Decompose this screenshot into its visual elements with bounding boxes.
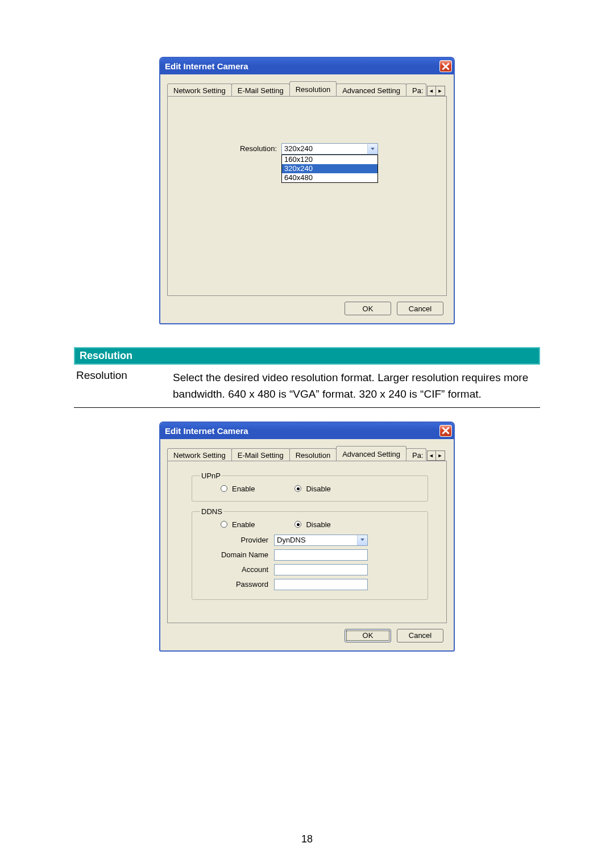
upnp-legend: UPnP [200,471,222,480]
resolution-option[interactable]: 160x120 [282,155,377,164]
edit-camera-dialog-resolution: Edit Internet Camera Network Setting E-M… [159,57,455,324]
ddns-enable-radio[interactable]: Enable [221,520,255,529]
page-number: 18 [0,833,614,845]
domain-name-input[interactable] [274,549,368,561]
edit-camera-dialog-advanced: Edit Internet Camera Network Setting E-M… [159,422,455,652]
radio-label: Enable [232,485,255,493]
tab-scroll-left[interactable]: ◄ [427,86,436,96]
password-label: Password [200,580,274,589]
chevron-left-icon: ◄ [429,88,434,94]
radio-label: Disable [306,520,330,529]
titlebar: Edit Internet Camera [160,58,454,74]
chevron-left-icon: ◄ [429,453,434,458]
resolution-label: Resolution: [220,143,281,153]
close-icon [442,427,450,435]
tab-email-setting[interactable]: E-Mail Setting [231,84,290,97]
ddns-legend: DDNS [200,507,223,516]
chevron-right-icon: ► [438,88,443,94]
tab-email-setting[interactable]: E-Mail Setting [231,448,290,461]
ddns-disable-radio[interactable]: Disable [294,520,330,529]
window-title: Edit Internet Camera [165,61,248,71]
tab-resolution[interactable]: Resolution [289,81,337,96]
tab-network-setting[interactable]: Network Setting [167,84,232,97]
upnp-disable-radio[interactable]: Disable [294,485,330,493]
tab-advanced-setting[interactable]: Advanced Setting [336,446,406,461]
tab-page-advanced: UPnP Enable Disable DDNS [167,461,447,623]
tab-truncated[interactable]: Pa: [406,84,426,97]
tab-page-resolution: Resolution: 320x240 160x120 320x240 640x… [167,96,447,296]
resolution-dropdown-list: 160x120 320x240 640x480 [281,155,378,183]
close-button[interactable] [439,425,452,437]
section-heading: Resolution [74,347,540,365]
account-label: Account [200,565,274,574]
cancel-button[interactable]: Cancel [397,302,443,315]
domain-name-label: Domain Name [200,550,274,559]
ok-button[interactable]: OK [345,302,391,315]
cancel-button[interactable]: Cancel [397,629,443,642]
resolution-value: 320x240 [282,144,367,154]
tab-advanced-setting[interactable]: Advanced Setting [336,84,406,97]
radio-label: Disable [306,485,330,493]
close-icon [442,62,450,70]
close-button[interactable] [439,60,452,72]
chevron-down-icon [360,539,364,541]
provider-label: Provider [200,536,274,544]
description-key: Resolution [76,369,173,403]
window-title: Edit Internet Camera [165,426,248,436]
tab-network-setting[interactable]: Network Setting [167,448,232,461]
upnp-enable-radio[interactable]: Enable [221,485,255,493]
tab-resolution[interactable]: Resolution [289,448,337,461]
resolution-combobox[interactable]: 320x240 [281,143,378,155]
radio-icon [294,521,301,528]
resolution-option[interactable]: 640x480 [282,173,377,182]
provider-combobox[interactable]: DynDNS [274,535,368,546]
description-text: Select the desired video resolution form… [173,369,538,403]
tab-truncated[interactable]: Pa: [406,448,426,461]
account-input[interactable] [274,564,368,575]
tab-scroll-left[interactable]: ◄ [427,450,436,461]
radio-icon [221,485,227,492]
ddns-group: DDNS Enable Disable Provider [192,507,428,600]
password-input[interactable] [274,579,368,590]
tabs: Network Setting E-Mail Setting Resolutio… [167,80,447,96]
titlebar: Edit Internet Camera [160,423,454,439]
radio-icon [294,485,301,492]
provider-value: DynDNS [275,535,357,545]
tab-scroll-right[interactable]: ► [436,86,445,96]
combobox-button[interactable] [367,144,377,154]
combobox-button[interactable] [357,535,367,545]
description-row: Resolution Select the desired video reso… [74,365,540,408]
tabs: Network Setting E-Mail Setting Resolutio… [167,445,447,461]
tab-scroll-right[interactable]: ► [436,450,445,461]
upnp-group: UPnP Enable Disable [192,471,428,502]
radio-icon [221,521,227,528]
chevron-down-icon [371,148,375,151]
chevron-right-icon: ► [438,453,443,458]
resolution-option[interactable]: 320x240 [282,164,377,173]
ok-button[interactable]: OK [345,629,391,642]
radio-label: Enable [232,520,255,529]
